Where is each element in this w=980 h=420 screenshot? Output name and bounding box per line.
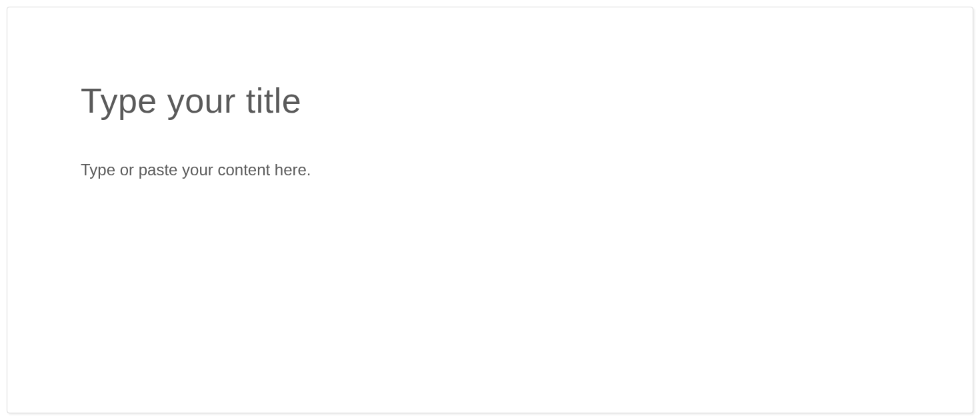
content-input[interactable] <box>81 161 906 361</box>
title-input[interactable] <box>81 81 906 121</box>
editor-card <box>7 7 973 413</box>
